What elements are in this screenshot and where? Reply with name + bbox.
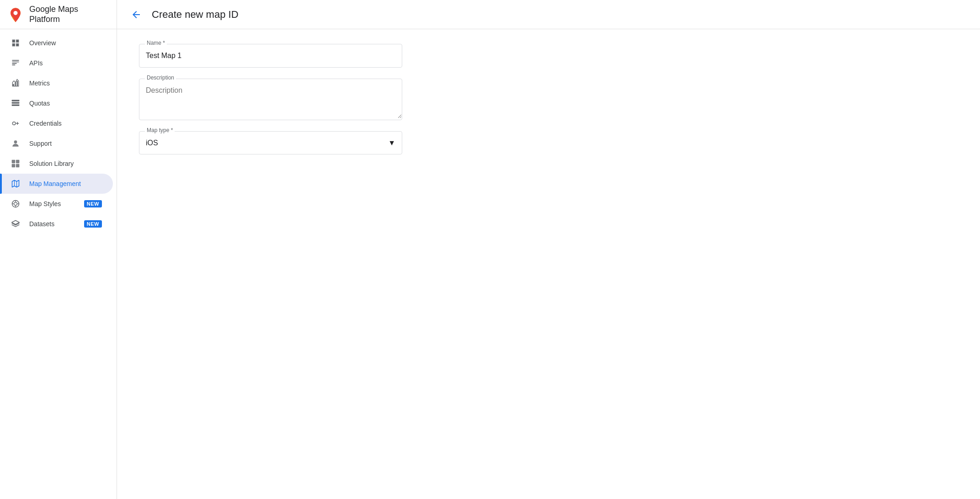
sidebar-item-metrics-label: Metrics [29,80,102,87]
overview-icon [11,38,20,48]
svg-rect-10 [16,160,20,164]
metrics-icon [11,79,20,88]
map-type-field-wrapper: Map type * JavaScript Android iOS ▼ [139,131,402,154]
sidebar-item-solution-library-label: Solution Library [29,160,102,167]
sidebar-item-apis-label: APIs [29,59,102,67]
support-icon [11,139,20,148]
svg-rect-2 [15,82,16,86]
description-label: Description [145,74,176,81]
svg-point-8 [14,140,17,143]
sidebar-item-quotas[interactable]: Quotas [0,93,113,113]
app-title: Google Maps Platform [29,5,109,24]
map-type-select[interactable]: JavaScript Android iOS [139,132,402,154]
page-title: Create new map ID [152,9,239,21]
back-button[interactable] [128,6,144,23]
back-arrow-icon [131,9,142,20]
map-styles-new-badge: NEW [84,200,102,207]
main-header: Create new map ID [117,0,980,29]
sidebar-item-map-management-label: Map Management [29,180,102,187]
sidebar-item-quotas-label: Quotas [29,100,102,107]
map-management-icon [11,179,20,188]
sidebar-nav: Overview APIs Metrics Quotas [0,29,117,499]
svg-rect-6 [12,105,20,106]
sidebar-item-map-management[interactable]: Map Management [0,174,113,194]
svg-point-16 [14,202,17,206]
google-maps-logo [7,6,24,23]
map-styles-icon [11,199,20,208]
svg-rect-5 [12,102,20,104]
credentials-icon [11,119,20,128]
name-input[interactable] [139,44,402,67]
svg-rect-3 [17,81,18,86]
main-content: Create new map ID Name * Description Map… [117,0,980,499]
sidebar-item-overview[interactable]: Overview [0,33,113,53]
svg-rect-9 [12,160,16,164]
name-field-wrapper: Name * [139,44,402,68]
svg-rect-11 [12,164,16,168]
description-input[interactable] [139,79,402,118]
svg-point-0 [14,11,18,15]
quotas-icon [11,99,20,108]
datasets-icon [11,219,20,228]
solution-library-icon [11,159,20,168]
name-label: Name * [145,40,167,46]
sidebar-item-datasets[interactable]: Datasets NEW [0,214,113,234]
sidebar-item-credentials-label: Credentials [29,120,102,127]
description-field-group: Description [139,79,402,120]
sidebar-item-map-styles[interactable]: Map Styles NEW [0,194,113,214]
sidebar-item-apis[interactable]: APIs [0,53,113,73]
map-type-field-group: Map type * JavaScript Android iOS ▼ [139,131,402,154]
sidebar-item-credentials[interactable]: Credentials [0,113,113,133]
sidebar-item-map-styles-label: Map Styles [29,200,75,207]
name-field-group: Name * [139,44,402,68]
sidebar-item-metrics[interactable]: Metrics [0,73,113,93]
sidebar-item-overview-label: Overview [29,39,102,47]
description-field-wrapper: Description [139,79,402,120]
map-type-label: Map type * [145,127,175,133]
form-area: Name * Description Map type * JavaScript… [117,29,980,499]
sidebar: Google Maps Platform Overview APIs Metri… [0,0,117,499]
svg-rect-1 [13,84,14,86]
sidebar-item-support[interactable]: Support [0,133,113,154]
svg-rect-12 [16,164,20,168]
apis-icon [11,58,20,68]
sidebar-item-datasets-label: Datasets [29,220,75,228]
datasets-new-badge: NEW [84,220,102,228]
sidebar-item-solution-library[interactable]: Solution Library [0,154,113,174]
sidebar-header: Google Maps Platform [0,0,117,29]
svg-point-7 [12,122,16,125]
svg-rect-4 [12,100,20,101]
sidebar-item-support-label: Support [29,140,102,147]
